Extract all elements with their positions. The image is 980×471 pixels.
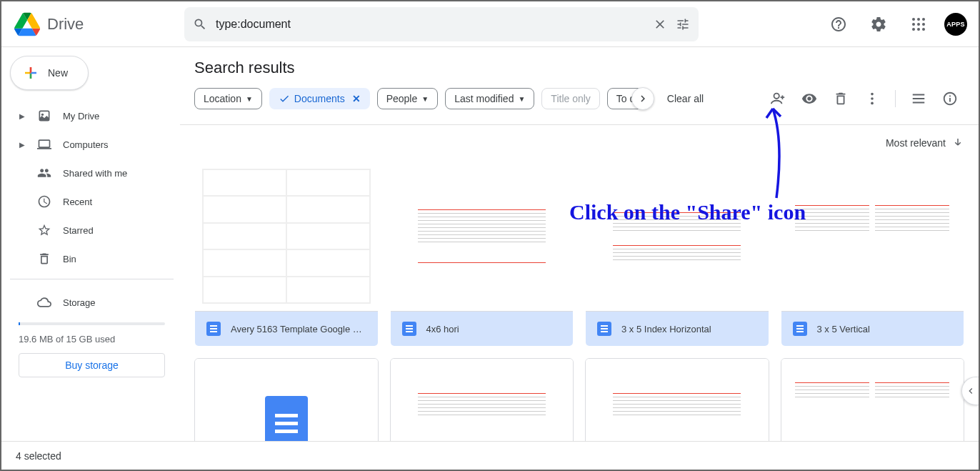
cloud-icon [37, 295, 51, 309]
file-name: 4x6 hori [426, 324, 459, 334]
footer-bar: 4 selected [1, 441, 979, 470]
file-card[interactable]: 3 x 5 Vertical [781, 161, 965, 347]
bin-icon [37, 252, 51, 266]
account-avatar[interactable]: APPS [944, 13, 967, 36]
svg-point-5 [922, 23, 925, 26]
file-name: Avery 5163 Template Google D… [231, 324, 366, 334]
file-thumbnail [586, 359, 769, 441]
sidebar: New ▶ My Drive ▶ Computers ▶ Shared with… [1, 47, 180, 441]
storage-bar [19, 322, 165, 325]
sidebar-item-label: My Drive [63, 111, 99, 122]
dropdown-icon: ▼ [246, 95, 253, 103]
chevron-left-icon [965, 385, 976, 397]
file-grid: Avery 5163 Template Google D… 4x6 hori 3… [194, 161, 964, 441]
content-header: Search results Location▼ Documents ✕ Peo… [180, 47, 979, 119]
clear-search-icon[interactable] [653, 17, 667, 31]
sidebar-item-storage[interactable]: ▶ Storage [10, 288, 174, 317]
svg-point-7 [917, 28, 920, 31]
new-button-label: New [48, 67, 68, 79]
sidebar-item-label: Starred [63, 225, 94, 236]
new-button[interactable]: New [10, 56, 89, 90]
check-icon [279, 93, 290, 104]
chip-people[interactable]: People▼ [377, 88, 439, 109]
chevron-right-icon [636, 92, 649, 105]
chevron-right-icon: ▶ [19, 112, 26, 120]
logo-area: Drive [13, 10, 184, 39]
share-icon[interactable] [764, 84, 792, 113]
shared-icon [37, 166, 51, 180]
recent-icon [37, 194, 51, 209]
page-title: Search results [194, 59, 964, 77]
chip-titleonly[interactable]: Title only [541, 88, 600, 109]
svg-point-2 [922, 18, 925, 21]
sidebar-item-label: Storage [63, 297, 96, 308]
doc-icon [402, 322, 416, 336]
file-thumbnail [781, 162, 964, 312]
trash-icon[interactable] [826, 84, 855, 113]
svg-point-4 [917, 23, 920, 26]
doc-icon [206, 322, 221, 336]
buy-storage-button[interactable]: Buy storage [19, 353, 165, 377]
arrow-down-icon [951, 137, 964, 149]
search-bar[interactable] [184, 7, 699, 41]
sidebar-item-label: Computers [63, 139, 109, 150]
file-grid-area[interactable]: Most relevant Avery 5163 Template Google… [180, 125, 979, 441]
file-card[interactable] [585, 358, 769, 441]
info-icon[interactable] [936, 84, 964, 113]
file-thumbnail [391, 162, 574, 312]
sidebar-item-computers[interactable]: ▶ Computers [10, 130, 174, 159]
file-card[interactable]: Avery 5163 Template Google D… [194, 161, 379, 347]
svg-point-1 [917, 18, 920, 21]
chip-location[interactable]: Location▼ [194, 88, 262, 109]
sidebar-item-mydrive[interactable]: ▶ My Drive [10, 101, 174, 130]
search-options-icon[interactable] [676, 17, 690, 31]
support-icon[interactable] [824, 10, 853, 39]
chip-documents[interactable]: Documents ✕ [269, 88, 370, 109]
search-input[interactable] [216, 18, 644, 31]
chip-close-icon[interactable]: ✕ [352, 93, 361, 104]
file-card[interactable] [194, 358, 379, 441]
dropdown-icon: ▼ [518, 95, 525, 103]
svg-point-6 [912, 28, 915, 31]
dropdown-icon: ▼ [421, 95, 429, 103]
svg-point-13 [871, 97, 874, 100]
chip-modified[interactable]: Last modified▼ [445, 88, 534, 109]
sidebar-item-label: Bin [63, 254, 76, 264]
main: New ▶ My Drive ▶ Computers ▶ Shared with… [1, 47, 979, 441]
file-card[interactable]: 3 x 5 Index Horizontal [585, 161, 769, 347]
settings-icon[interactable] [864, 10, 893, 39]
storage-used-text: 19.6 MB of 15 GB used [10, 331, 174, 347]
selection-count: 4 selected [16, 450, 61, 462]
file-thumbnail [781, 359, 964, 441]
apps-grid-icon[interactable] [904, 10, 933, 39]
svg-point-8 [922, 28, 925, 31]
file-card[interactable] [781, 358, 965, 441]
svg-point-3 [912, 23, 915, 26]
sidebar-item-recent[interactable]: ▶ Recent [10, 187, 174, 216]
file-name: 3 x 5 Index Horizontal [621, 324, 711, 334]
app-name[interactable]: Drive [47, 15, 84, 34]
file-thumbnail [195, 162, 378, 312]
file-thumbnail [195, 359, 378, 441]
sidebar-item-label: Shared with me [63, 168, 127, 179]
sidebar-item-bin[interactable]: ▶ Bin [10, 244, 174, 273]
preview-icon[interactable] [795, 84, 824, 113]
chip-scroll-right[interactable] [631, 87, 654, 110]
svg-point-14 [871, 102, 874, 105]
filter-row: Location▼ Documents ✕ People▼ Last modif… [194, 84, 964, 113]
file-card[interactable]: 4x6 hori [390, 161, 574, 347]
chevron-right-icon: ▶ [19, 141, 26, 149]
list-view-icon[interactable] [904, 84, 933, 113]
divider [10, 279, 174, 279]
file-card[interactable] [390, 358, 574, 441]
sidebar-item-shared[interactable]: ▶ Shared with me [10, 159, 174, 187]
more-icon[interactable] [858, 84, 886, 113]
svg-point-10 [41, 114, 44, 116]
svg-point-0 [912, 18, 915, 21]
computers-icon [37, 137, 51, 152]
sidebar-item-starred[interactable]: ▶ Starred [10, 216, 174, 244]
sort-button[interactable]: Most relevant [886, 137, 964, 149]
file-thumbnail [586, 162, 769, 312]
drive-logo-icon[interactable] [13, 10, 41, 39]
clear-all-button[interactable]: Clear all [661, 93, 709, 104]
